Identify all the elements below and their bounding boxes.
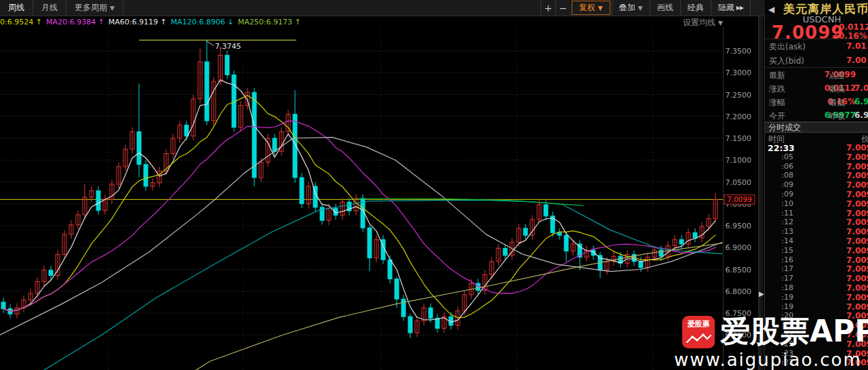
ma-settings-button[interactable]: 设置均线▼ xyxy=(683,17,723,28)
axis-tick-label: 7.1500 xyxy=(726,134,752,143)
tab-monthly[interactable]: 月线 xyxy=(33,0,66,16)
back-arrow-icon[interactable]: ◀ xyxy=(768,5,774,14)
ma-values-row: 0:6.9524 ↑MA20:6.9384 ↑MA60:6.9119 ↑MA12… xyxy=(0,17,758,27)
tick-row: :157.0099 xyxy=(765,246,868,255)
candle-down xyxy=(144,165,148,186)
tick-row: :197.0097 xyxy=(765,293,868,302)
axis-tick-label: 7.3500 xyxy=(726,47,752,56)
candle-down xyxy=(1,302,5,309)
axis-tick-label: 6.9500 xyxy=(726,222,752,230)
fullscreen-button[interactable] xyxy=(750,0,765,16)
tick-row: :067.0097 xyxy=(765,162,868,171)
axis-tick-label: 7.2500 xyxy=(726,91,752,100)
tick-row: :237.0095 xyxy=(765,349,868,358)
tick-section-header: 分时成交 xyxy=(765,122,868,133)
candle-down xyxy=(557,232,561,235)
candle-down xyxy=(544,205,548,216)
tab-weekly[interactable]: 周线 xyxy=(0,0,33,16)
quote-row: 今开6.9977昨收6.99 xyxy=(765,108,868,122)
annotation-label: 7.3745 xyxy=(215,42,241,51)
quote-grid: 最新7.0099点差涨跌0.0112最高7.02涨幅0.16%最低6.99今开6… xyxy=(765,68,868,122)
axis-tick-label: 7.2000 xyxy=(726,112,752,121)
quote-panel: ◀ 美元离岸人民币 USDCNH 7.0099 +0.0112+0.16% 卖出… xyxy=(765,0,868,370)
candle-down xyxy=(659,250,663,256)
tick-row: :227.0095 xyxy=(765,330,868,340)
classic-style-button[interactable]: 经典 xyxy=(680,0,711,16)
adjust-price-button[interactable]: 复权▼ xyxy=(572,1,610,15)
tick-table-header: 时间 价格 xyxy=(765,133,868,143)
hide-button[interactable]: 隐藏▶▶ xyxy=(711,0,750,16)
panel-divider[interactable]: ▶ xyxy=(758,0,765,370)
tick-row: :237.0096 xyxy=(765,358,868,367)
chevron-down-icon: ▼ xyxy=(110,5,115,12)
candle-down xyxy=(205,62,209,121)
price-change: +0.0112+0.16% xyxy=(832,23,868,41)
ma-label: 0:6.9524 ↑ xyxy=(0,18,42,26)
candle-down xyxy=(639,262,643,268)
ma-label: MA250:6.9173 ↑ xyxy=(238,18,301,26)
overlay-button[interactable]: 叠加▼ xyxy=(612,0,650,16)
current-price-tag-label: 7.0099 xyxy=(727,195,752,203)
ma-label: MA120:6.8906 ↓ xyxy=(171,18,234,26)
candle-down xyxy=(96,190,100,210)
tick-row: :187.0097 xyxy=(765,283,868,293)
tick-row: :177.0098 xyxy=(765,264,868,274)
candle-down xyxy=(184,125,189,136)
quote-row: 涨跌0.0112最高7.02 xyxy=(765,81,868,95)
tick-row: :147.0099 xyxy=(765,237,868,246)
tick-row: :167.0099 xyxy=(765,255,868,265)
tick-row: :217.0096 xyxy=(765,321,868,330)
chevron-down-icon: ▼ xyxy=(718,20,723,26)
tick-row: :097.0099 xyxy=(765,190,868,199)
axis-tick-label: 6.9000 xyxy=(726,243,752,252)
app-window: 7.35007.30007.25007.20007.15007.10007.05… xyxy=(0,0,868,370)
quote-header: ◀ 美元离岸人民币 USDCNH 7.0099 +0.0112+0.16% xyxy=(765,0,868,39)
tick-row: 22:337.0096 xyxy=(765,143,868,152)
tick-row: :097.0098 xyxy=(765,180,868,190)
ma20-magenta-line xyxy=(3,121,715,311)
toolbar-spacer xyxy=(123,0,540,16)
chevron-down-icon: ▼ xyxy=(598,5,603,12)
tick-row: :227.0095 xyxy=(765,340,868,349)
tick-list[interactable]: 22:337.0096:057.0097:067.0097:087.0098:0… xyxy=(765,143,868,368)
zoom-in-button[interactable]: + xyxy=(540,0,555,16)
candle-down xyxy=(503,249,507,255)
axis-tick-label: 6.7500 xyxy=(726,309,752,318)
tick-row: :087.0098 xyxy=(765,171,868,180)
annotation-arrow xyxy=(206,41,214,45)
candle-down xyxy=(137,131,141,164)
axis-tick-label: 7.1000 xyxy=(726,156,752,165)
top-toolbar: 周线 月线 更多周期▼ + − 复权▼ 叠加▼ 画线 经典 隐藏▶▶ xyxy=(0,0,765,16)
quote-row: 涨幅0.16%最低6.99 xyxy=(765,95,868,108)
tab-more-periods[interactable]: 更多周期▼ xyxy=(66,0,123,16)
tick-row: :197.0096 xyxy=(765,302,868,312)
candle-down xyxy=(368,228,372,258)
chevron-down-icon: ▼ xyxy=(638,5,643,12)
draw-line-button[interactable]: 画线 xyxy=(650,0,680,16)
zoom-out-button[interactable]: − xyxy=(555,0,570,16)
candlestick-chart[interactable]: 7.35007.30007.25007.20007.15007.10007.05… xyxy=(0,0,758,370)
tick-row: :207.0096 xyxy=(765,311,868,321)
ma10-yellow-line xyxy=(3,96,715,318)
candle-down xyxy=(300,178,304,204)
ma-labels: 0:6.9524 ↑MA20:6.9384 ↑MA60:6.9119 ↑MA12… xyxy=(0,18,305,26)
candle-down xyxy=(388,260,392,279)
candle-down xyxy=(225,55,229,75)
expand-chevron-icon[interactable]: ▶ xyxy=(759,290,764,297)
ma-fast-white-line xyxy=(3,80,715,323)
candle-down xyxy=(408,316,412,333)
ask-row: 卖出(ask)7.01 xyxy=(765,39,868,54)
tick-row: :057.0097 xyxy=(765,152,868,162)
candle-down xyxy=(429,308,433,318)
axis-tick-label: 6.8500 xyxy=(726,266,752,274)
candle-down xyxy=(49,270,53,276)
tick-row: :107.0099 xyxy=(765,199,868,209)
ma-label: MA20:6.9384 ↑ xyxy=(46,18,104,26)
tick-row: :137.0099 xyxy=(765,227,868,237)
axis-tick-label: 7.0500 xyxy=(726,178,752,187)
fullscreen-icon xyxy=(757,3,758,12)
candle-down xyxy=(693,232,697,238)
axis-tick-label: 6.7000 xyxy=(726,331,752,340)
candle-down xyxy=(679,240,684,244)
ma-label: MA60:6.9119 ↑ xyxy=(108,18,167,26)
